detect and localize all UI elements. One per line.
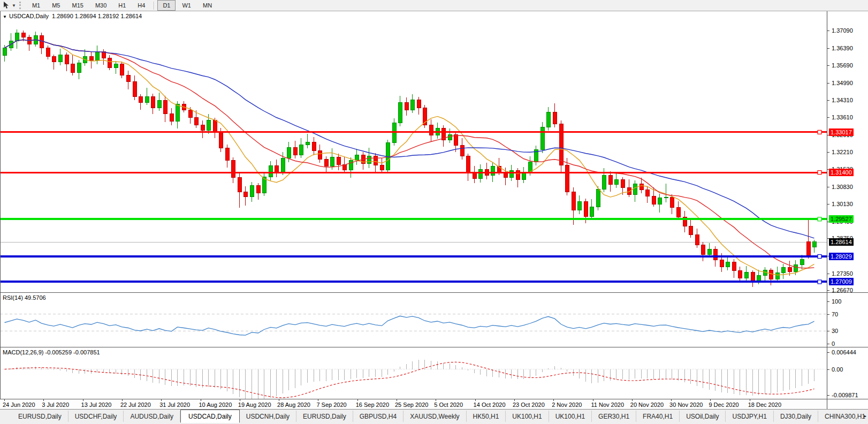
ma-line-8 [5, 40, 814, 275]
chart-tab-usdcnh-daily[interactable]: USDCNH,Daily [240, 411, 296, 422]
price-tick-mark [827, 65, 829, 66]
macd-tick-mark [827, 352, 829, 353]
chart-symbol-label: USDCAD,Daily [9, 13, 49, 19]
date-label: 20 Nov 2020 [630, 402, 664, 408]
chart-tab-usoil-daily[interactable]: USOil,Daily [680, 411, 726, 422]
timeframe-button-m5[interactable]: M5 [47, 0, 65, 11]
price-tick-label: 1.30130 [832, 201, 853, 207]
price-tick-mark [827, 274, 829, 274]
date-label: 13 Jul 2020 [81, 402, 112, 408]
timeframe-button-m15[interactable]: M15 [66, 0, 88, 11]
macd-tick-mark [827, 395, 829, 396]
price-tick-label: 1.34990 [832, 80, 853, 86]
chart-tab-eurusd-daily[interactable]: EURUSD,Daily [12, 411, 68, 422]
chart-tab-uk100-h1[interactable]: UK100,H1 [506, 411, 549, 422]
macd-panel[interactable]: MACD(12,26,9) -0.005259 -0.007851 0.0064… [0, 347, 868, 399]
level-price-tag: 1.28029 [829, 253, 854, 260]
chart-toolbar: ▼ M1M5M15M30H1H4D1W1MN [0, 0, 868, 11]
macd-label: MACD(12,26,9) -0.005259 -0.007851 [3, 349, 100, 355]
macd-tick-label: 0.006444 [832, 349, 856, 355]
timeframe-button-h1[interactable]: H1 [113, 0, 131, 11]
cursor-tool-dropdown-icon[interactable]: ▼ [12, 3, 16, 8]
date-label: 22 Jul 2020 [120, 402, 151, 408]
price-chart-panel[interactable]: ▼USDCAD,Daily 1.28690 1.28694 1.28192 1.… [0, 11, 868, 292]
line-handle [818, 217, 821, 221]
chart-tab-usdcad-daily[interactable]: USDCAD,Daily [180, 410, 240, 423]
price-tick-label: 1.35690 [832, 62, 853, 69]
chart-ohlc-values: 1.28690 1.28694 1.28192 1.28614 [52, 13, 142, 19]
level-price-tag: 1.27009 [829, 278, 854, 285]
toolbar-separator [154, 2, 154, 10]
chart-tab-audusd-daily[interactable]: AUDUSD,Daily [124, 411, 180, 422]
price-tick-label: 1.34310 [832, 97, 853, 103]
chart-tab-uk100-h1[interactable]: UK100,H1 [549, 411, 592, 422]
date-label: 18 Dec 2020 [748, 402, 781, 408]
chart-tab-usdchf-daily[interactable]: USDCHF,Daily [68, 411, 124, 422]
toolbar-grip-handle[interactable] [19, 2, 23, 9]
date-tick-mark [475, 399, 476, 401]
macd-axis[interactable]: 0.0064440.00-0.009871 [827, 347, 868, 399]
rsi-tick-mark [827, 314, 829, 315]
price-tick-mark [827, 100, 829, 101]
chart-tab-fra40-h1[interactable]: FRA40,H1 [636, 411, 680, 422]
date-label: 5 Oct 2020 [434, 402, 463, 408]
line-handle [818, 255, 821, 259]
date-tick-mark [4, 399, 5, 401]
rsi-plot[interactable] [0, 293, 827, 347]
date-label: 11 Nov 2020 [591, 402, 625, 408]
chart-tab-dj30-daily[interactable]: DJ30,Daily [774, 411, 818, 422]
rsi-tick-mark [827, 331, 829, 331]
timeframe-button-h4[interactable]: H4 [132, 0, 150, 11]
date-tick-mark [240, 399, 240, 401]
timeframe-button-m30[interactable]: M30 [90, 0, 112, 11]
chart-tab-xauusd-weekly[interactable]: XAUUSD,Weekly [403, 411, 466, 422]
chart-tab-china300-h1[interactable]: CHINA300,H1 [818, 411, 868, 422]
price-tick-label: 1.32210 [832, 149, 853, 155]
date-tick-mark [201, 399, 201, 401]
date-tick-mark [122, 399, 123, 401]
price-axis[interactable]: 1.370901.363901.356901.349901.343101.336… [827, 11, 868, 292]
date-label: 16 Sep 2020 [356, 402, 389, 408]
macd-plot[interactable] [0, 347, 827, 399]
chart-dropdown-icon[interactable]: ▼ [3, 14, 7, 19]
price-tick-mark [827, 48, 829, 49]
price-tick-mark [827, 117, 829, 118]
date-tick-mark [318, 399, 318, 401]
candlestick-plot[interactable] [0, 11, 827, 292]
rsi-tick-mark [827, 344, 829, 344]
chart-tab-eurusd-daily[interactable]: EURUSD,Daily [296, 411, 353, 422]
price-tick-mark [827, 152, 829, 153]
timeframe-button-m1[interactable]: M1 [27, 0, 45, 11]
timeframe-button-w1[interactable]: W1 [177, 0, 196, 11]
ma-line-34 [5, 40, 814, 238]
chart-tab-ger30-h1[interactable]: GER30,H1 [592, 411, 636, 422]
timeframe-button-d1[interactable]: D1 [157, 0, 176, 11]
price-tick-label: 1.27350 [832, 270, 853, 277]
date-tick-mark [593, 399, 593, 401]
macd-signal-line [5, 362, 814, 398]
date-label: 30 Nov 2020 [669, 402, 703, 408]
date-label: 25 Sep 2020 [395, 402, 428, 408]
chart-tab-bar: EURUSD,DailyUSDCHF,DailyAUDUSD,DailyUSDC… [0, 409, 868, 424]
macd-tick-label: 0.00 [832, 366, 843, 373]
level-price-tag: 1.31400 [829, 169, 854, 176]
rsi-panel[interactable]: RSI(14) 49.5706 10070300 [0, 292, 868, 347]
chart-title: ▼USDCAD,Daily 1.28690 1.28694 1.28192 1.… [3, 13, 142, 19]
tab-scroll-right-icon[interactable]: ▸ [864, 413, 866, 419]
chart-tab-gbpusd-h4[interactable]: GBPUSD,H4 [353, 411, 403, 422]
time-axis[interactable]: 24 Jun 20203 Jul 202013 Jul 202022 Jul 2… [0, 399, 868, 410]
date-label: 9 Dec 2020 [709, 402, 738, 408]
price-tick-label: 1.36390 [832, 45, 853, 51]
cursor-tool-icon[interactable] [0, 1, 12, 10]
price-tick-mark [827, 187, 829, 187]
rsi-axis[interactable]: 10070300 [827, 293, 868, 347]
timeframe-buttons: M1M5M15M30H1H4D1W1MN [26, 0, 218, 11]
chart-tab-usdjpy-h1[interactable]: USDJPY,H1 [726, 411, 773, 422]
macd-tick-label: -0.009871 [832, 392, 858, 398]
level-price-tag: 1.29527 [829, 215, 854, 223]
chart-tab-hk50-h1[interactable]: HK50,H1 [467, 411, 506, 422]
price-tick-label: 1.30830 [832, 184, 853, 190]
rsi-tick-mark [827, 301, 829, 302]
timeframe-button-mn[interactable]: MN [197, 0, 217, 11]
chart-left-border [0, 11, 1, 399]
